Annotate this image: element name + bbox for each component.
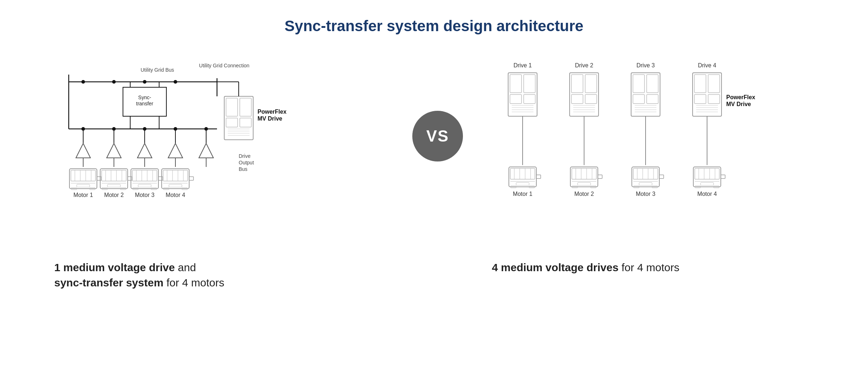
right-diagram-svg: Drive 1 Drive 2 Drive 3 Drive 4 [488,46,799,263]
svg-rect-111 [571,75,583,93]
utility-grid-connection-label: Utility Grid Connection [199,63,249,68]
svg-rect-83 [226,98,238,116]
svg-text:transfer: transfer [136,101,153,106]
left-diagram-svg: Utility Grid Bus Utility Grid Connection… [51,46,311,263]
svg-rect-181 [701,182,714,185]
left-motor2-label: Motor 2 [104,192,124,198]
svg-rect-132 [708,94,720,104]
right-powerflex-label: PowerFlex [726,94,755,100]
svg-text:Sync-: Sync- [138,94,151,100]
svg-marker-32 [137,143,152,158]
svg-rect-122 [633,94,644,104]
svg-rect-114 [585,94,597,104]
svg-rect-175 [695,168,719,179]
svg-rect-105 [524,94,535,104]
right-drive4-label: Drive 4 [698,62,716,68]
svg-text:Output: Output [239,160,254,165]
svg-rect-103 [524,75,535,93]
vs-container: VS [401,46,474,161]
right-diagram-section: Drive 1 Drive 2 Drive 3 Drive 4 [474,46,839,275]
svg-rect-163 [632,167,659,187]
svg-rect-164 [633,168,658,179]
svg-rect-152 [570,167,598,187]
svg-rect-60 [131,169,158,189]
svg-rect-45 [77,184,90,187]
right-motor1-label: Motor 1 [513,191,532,197]
svg-rect-67 [138,184,151,187]
svg-text:Drive: Drive [239,153,251,159]
svg-rect-149 [536,175,541,178]
svg-rect-153 [572,168,596,179]
svg-rect-68 [158,177,163,180]
svg-rect-50 [102,170,126,181]
left-motor4-label: Motor 4 [166,192,185,198]
right-motor4-label: Motor 4 [697,191,717,197]
svg-rect-84 [240,98,251,116]
svg-marker-34 [168,143,183,158]
svg-rect-57 [128,177,132,180]
right-diagram-area: Drive 1 Drive 2 Drive 3 Drive 4 [488,46,785,256]
left-caption-line2-bold: sync-transfer system [54,277,163,289]
page-title: Sync-transfer system design architecture [0,0,868,46]
svg-text:Bus: Bus [239,166,247,172]
svg-rect-113 [571,94,583,104]
right-caption-rest: for 4 motors [618,261,679,273]
svg-marker-36 [199,143,213,158]
svg-rect-120 [633,75,644,93]
svg-rect-102 [510,75,522,93]
svg-text:PowerFlex: PowerFlex [258,109,286,115]
left-motor3-label: Motor 3 [135,192,154,198]
svg-rect-171 [659,175,664,178]
right-caption-bold: 4 medium voltage drives [492,261,618,273]
svg-rect-131 [694,94,706,104]
right-drive3-label: Drive 3 [637,62,655,68]
left-caption-line2-rest: for 4 motors [163,277,224,289]
svg-rect-49 [100,169,128,189]
left-motor1-label: Motor 1 [73,192,93,198]
svg-rect-159 [578,182,591,185]
svg-rect-148 [516,182,529,185]
svg-rect-170 [639,182,652,185]
svg-rect-123 [647,94,658,104]
svg-rect-121 [647,75,658,93]
right-drive2-label: Drive 2 [575,62,593,68]
svg-rect-112 [585,75,597,93]
svg-rect-61 [132,170,157,181]
left-diagram-section: Utility Grid Bus Utility Grid Connection… [29,46,401,290]
svg-rect-130 [708,75,720,93]
svg-rect-182 [721,175,725,178]
left-caption-bold: 1 medium voltage drive [54,261,175,273]
svg-point-2 [112,80,116,84]
svg-rect-56 [107,184,120,187]
svg-rect-85 [226,118,238,127]
svg-rect-129 [694,75,706,93]
right-drive1-label: Drive 1 [514,62,532,68]
svg-rect-71 [162,169,189,189]
svg-text:MV Drive: MV Drive [258,116,282,122]
svg-rect-72 [163,170,188,181]
svg-rect-38 [69,169,97,189]
left-caption: 1 medium voltage drive and sync-transfer… [51,260,224,290]
left-diagram-area: Utility Grid Bus Utility Grid Connection… [51,46,275,256]
svg-rect-174 [693,167,721,187]
svg-marker-28 [76,143,90,158]
svg-rect-86 [240,118,251,127]
svg-rect-104 [510,94,522,104]
right-powerflex-label2: MV Drive [726,101,751,107]
svg-rect-142 [510,168,535,179]
left-caption-rest: and [175,261,196,273]
utility-grid-bus-label: Utility Grid Bus [141,67,174,73]
svg-marker-30 [107,143,121,158]
svg-rect-141 [509,167,536,187]
right-motor3-label: Motor 3 [636,191,655,197]
svg-point-3 [143,80,146,84]
svg-rect-39 [71,170,95,181]
svg-rect-46 [97,177,101,180]
right-motor2-label: Motor 2 [574,191,594,197]
svg-rect-79 [189,177,193,180]
svg-rect-160 [598,175,602,178]
svg-point-4 [174,80,177,84]
vs-circle: VS [412,111,463,161]
svg-rect-78 [169,184,182,187]
